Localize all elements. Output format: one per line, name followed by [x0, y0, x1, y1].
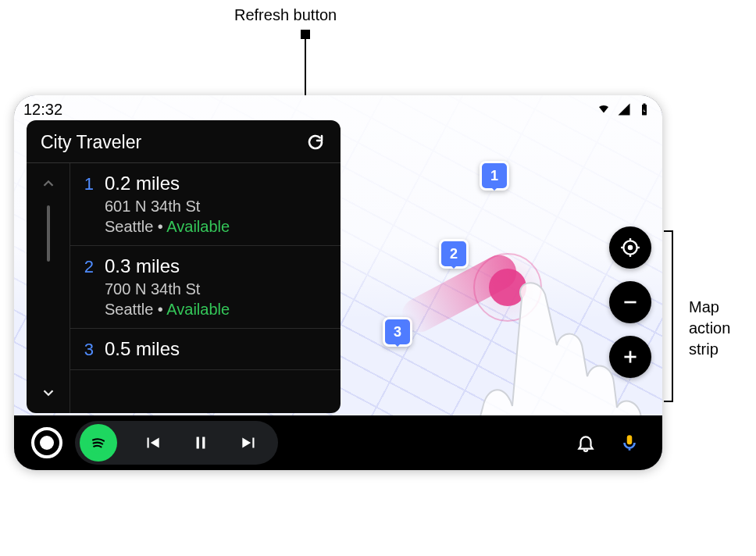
map-pin-2[interactable]: 2 — [439, 239, 469, 269]
assistant-mic-button[interactable] — [614, 427, 645, 458]
panel-body: 1 0.2 miles 601 N 34th St Seattle • Avai… — [27, 163, 341, 413]
annotation-action-strip: Map action strip — [689, 297, 730, 360]
svg-rect-10 — [627, 435, 633, 444]
status-icons — [597, 102, 651, 116]
crosshair-icon — [620, 237, 640, 258]
item-index: 3 — [81, 340, 94, 360]
map-pin-3-label: 3 — [394, 324, 401, 340]
recenter-button[interactable] — [609, 226, 651, 269]
place-list-panel: City Traveler 1 — [27, 120, 341, 413]
map-action-strip — [609, 226, 651, 378]
spotify-icon — [87, 432, 109, 454]
item-city: Seattle — [105, 218, 153, 235]
chevron-up-icon — [40, 175, 57, 192]
map-pin-1-label: 1 — [490, 168, 498, 184]
bell-icon — [576, 433, 596, 453]
panel-title: City Traveler — [41, 132, 141, 153]
wifi-icon — [597, 102, 611, 116]
annotation-refresh-label: Refresh button — [234, 6, 337, 23]
scroll-down-button[interactable] — [36, 380, 61, 405]
map-pin-2-label: 2 — [450, 246, 458, 262]
list-item[interactable]: 2 0.3 miles 700 N 34th St Seattle • Avai… — [70, 246, 341, 329]
separator-dot: • — [158, 301, 166, 318]
item-distance: 0.3 miles — [105, 255, 180, 277]
skip-previous-icon — [142, 433, 162, 453]
item-status: Available — [166, 301, 230, 318]
scroll-up-button[interactable] — [36, 171, 61, 196]
chevron-down-icon — [40, 384, 57, 401]
panel-header: City Traveler — [27, 120, 341, 163]
item-address: 601 N 34th St — [105, 196, 330, 216]
scroll-thumb[interactable] — [47, 205, 50, 262]
next-track-button[interactable] — [236, 429, 262, 456]
item-status: Available — [166, 218, 230, 235]
list-item[interactable]: 1 0.2 miles 601 N 34th St Seattle • Avai… — [70, 163, 341, 246]
item-index: 2 — [81, 257, 94, 277]
battery-charging-icon — [637, 102, 651, 116]
launcher-button[interactable] — [31, 427, 62, 458]
microphone-icon — [619, 433, 640, 453]
notifications-button[interactable] — [570, 427, 601, 458]
item-index: 1 — [81, 174, 94, 194]
svg-point-0 — [628, 245, 633, 251]
system-nav-bar — [14, 415, 662, 470]
zoom-in-button[interactable] — [609, 336, 651, 378]
minus-icon — [620, 292, 640, 312]
zoom-out-button[interactable] — [609, 281, 651, 323]
cellular-icon — [617, 102, 631, 116]
refresh-button[interactable] — [305, 131, 326, 153]
item-address: 700 N 34th St — [105, 279, 330, 299]
spotify-app-icon[interactable] — [80, 424, 117, 462]
plus-icon — [620, 347, 640, 367]
pause-icon — [191, 433, 211, 453]
scroll-column — [27, 163, 70, 413]
play-pause-button[interactable] — [187, 429, 214, 456]
refresh-icon — [306, 133, 325, 151]
scroll-track[interactable] — [47, 202, 50, 374]
annotation-refresh: Refresh button — [234, 6, 337, 24]
media-controls — [75, 421, 278, 465]
skip-next-icon — [239, 433, 259, 453]
map-pin-3[interactable]: 3 — [383, 317, 412, 347]
separator-dot: • — [158, 218, 166, 235]
annotation-action-strip-label: Map action strip — [689, 298, 730, 358]
annotation-bracket — [672, 230, 673, 402]
status-bar: 12:32 — [23, 98, 651, 120]
place-list[interactable]: 1 0.2 miles 601 N 34th St Seattle • Avai… — [70, 163, 341, 413]
item-distance: 0.5 miles — [105, 338, 180, 360]
device-frame: 12:32 1 2 3 City Traveler — [14, 95, 662, 470]
list-item[interactable]: 3 0.5 miles — [70, 329, 341, 370]
previous-track-button[interactable] — [139, 429, 166, 456]
item-distance: 0.2 miles — [105, 173, 180, 194]
item-city: Seattle — [105, 301, 153, 318]
status-time: 12:32 — [23, 101, 62, 119]
map-pin-1[interactable]: 1 — [480, 161, 509, 191]
